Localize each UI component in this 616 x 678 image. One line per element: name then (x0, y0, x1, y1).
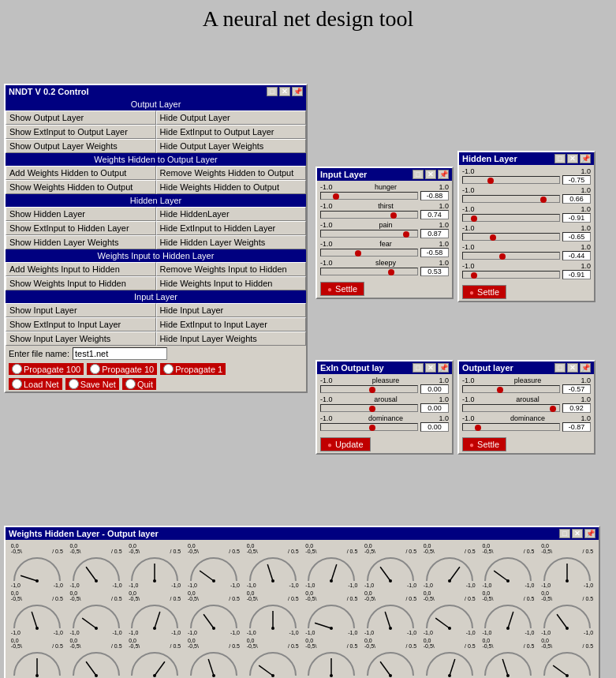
add-weights-hidden-output-btn[interactable]: Add Weights Hidden to Output (6, 166, 156, 180)
hide-hidden-weights-btn[interactable]: Hide Hidden Layer Weights (156, 235, 307, 249)
gauge-0-7[interactable]: 0,0-0,5\/ 0.5-1,0-1,0 (420, 542, 479, 589)
gauge-2-3[interactable]: 0,0-0,5\/ 0.5-1,0-1,0 (185, 637, 243, 678)
weights-close-btn[interactable]: ✕ (572, 529, 583, 538)
svg-line-56 (503, 659, 509, 676)
hidden-minimize-btn[interactable]: □ (554, 154, 566, 163)
gauge-2-6[interactable]: 0,0-0,5\/ 0.5-1,0-1,0 (361, 637, 420, 678)
output-arousal-value: 0.92 (562, 403, 591, 413)
nndt-close-btn[interactable]: ✕ (279, 87, 290, 96)
gauge-1-2[interactable]: 0,0-0,5\/ 0.5-1,0-1,0 (125, 590, 184, 636)
gauge-1-8[interactable]: 0,0-0,5\/ 0.5-1,0-1,0 (480, 590, 538, 636)
show-hidden-layer-btn[interactable]: Show Hidden Layer (6, 207, 156, 221)
show-input-layer-btn[interactable]: Show Input Layer (6, 303, 156, 317)
hide-output-weights-btn[interactable]: Hide Output Layer Weights (156, 139, 307, 153)
show-weights-input-hidden-btn[interactable]: Show Weights Input to Hidden (6, 276, 156, 290)
output-settle-btn[interactable]: Settle (462, 437, 506, 451)
gauge-2-0[interactable]: 0,0-0,5\/ 0.5-1,0-1,0 (8, 637, 66, 678)
weights-minimize-btn[interactable]: □ (559, 529, 570, 538)
gauge-1-1[interactable]: 0,0-0,5\/ 0.5-1,0-1,0 (67, 590, 125, 636)
svg-line-32 (385, 612, 390, 628)
add-weights-input-hidden-btn[interactable]: Add Weights Input to Hidden (6, 262, 156, 276)
hide-hidden-layer-btn[interactable]: Hide HiddenLayer (156, 207, 307, 221)
gauge-2-9[interactable]: 0,0-0,5\/ 0.5-1,0-1,0 (538, 637, 596, 678)
show-weights-hidden-output-btn[interactable]: Show Weights Hidden to Output (6, 180, 156, 194)
gauge-0-2[interactable]: 0,0-0,5\/ 0.5-1,0-1,0 (125, 542, 184, 589)
hidden-5-value: -0.91 (562, 270, 591, 279)
hidden-layer-window: Hidden Layer □ ✕ 📌 -1.01.0 -0.75 -1.01.0 (457, 151, 595, 302)
gauge-0-8[interactable]: 0,0-0,5\/ 0.5-1,0-1,0 (480, 542, 538, 589)
show-extin-input-btn[interactable]: Show ExtInput to Input Layer (6, 317, 156, 332)
extin-minimize-btn[interactable]: □ (413, 363, 424, 373)
gauge-0-0[interactable]: 0,0-0,5\/ 0.5-1,0-1,0 (8, 542, 66, 589)
show-extin-output-btn[interactable]: Show ExtInput to Output Layer (6, 125, 156, 139)
gauge-2-2[interactable]: 0,0-0,5\/ 0.5-1,0-1,0 (125, 637, 184, 678)
hide-weights-hidden-output-btn[interactable]: Hide Weights Hidden to Output (156, 180, 307, 194)
gauge-2-8[interactable]: 0,0-0,5\/ 0.5-1,0-1,0 (480, 637, 538, 678)
remove-weights-input-hidden-btn[interactable]: Remove Weights Input to Hidden (156, 262, 307, 276)
show-extin-hidden-btn[interactable]: Show ExtInput to Hidden Layer (6, 221, 156, 235)
remove-weights-hidden-output-btn[interactable]: Remove Weights Hidden to Output (156, 166, 307, 180)
weights-pin-btn[interactable]: 📌 (584, 529, 595, 538)
hidden-pin-btn[interactable]: 📌 (580, 154, 591, 163)
propagate-100-label[interactable]: Propagate 100 (9, 363, 84, 375)
hide-input-layer-btn[interactable]: Hide Input Layer (156, 303, 307, 317)
extin-close-btn[interactable]: ✕ (425, 363, 436, 373)
output-pin-btn[interactable]: 📌 (580, 363, 591, 373)
gauge-1-5[interactable]: 0,0-0,5\/ 0.5-1,0-1,0 (302, 590, 360, 636)
input-close-btn[interactable]: ✕ (425, 170, 436, 179)
show-output-layer-btn[interactable]: Show Output Layer (6, 111, 156, 125)
nndt-pin-btn[interactable]: 📌 (292, 87, 303, 96)
svg-line-36 (508, 612, 513, 628)
propagate-10-radio[interactable] (90, 364, 100, 374)
load-net-label[interactable]: Load Net (9, 378, 62, 390)
save-net-radio[interactable] (69, 379, 79, 389)
gauge-0-6[interactable]: 0,0-0,5\/ 0.5-1,0-1,0 (361, 542, 420, 589)
file-input[interactable] (73, 347, 167, 360)
output-close-btn[interactable]: ✕ (567, 363, 578, 373)
show-output-weights-btn[interactable]: Show Output Layer Weights (6, 139, 156, 153)
gauge-2-4[interactable]: 0,0-0,5\/ 0.5-1,0-1,0 (244, 637, 302, 678)
propagate-10-label[interactable]: Propagate 10 (87, 363, 157, 375)
propagate-1-radio[interactable] (163, 364, 174, 374)
gauge-1-7[interactable]: 0,0-0,5\/ 0.5-1,0-1,0 (420, 590, 479, 636)
hide-extin-output-btn[interactable]: Hide ExtInput to Output Layer (156, 125, 307, 139)
quit-radio[interactable] (125, 379, 136, 389)
output-minimize-btn[interactable]: □ (554, 363, 566, 373)
load-net-radio[interactable] (12, 379, 22, 389)
hide-extin-hidden-btn[interactable]: Hide ExtInput to Hidden Layer (156, 221, 307, 235)
nndt-minimize-btn[interactable]: □ (267, 87, 278, 96)
gauge-2-1[interactable]: 0,0-0,5\/ 0.5-1,0-1,0 (67, 637, 125, 678)
hide-output-layer-btn[interactable]: Hide Output Layer (156, 111, 307, 125)
sleepy-value: 0.53 (420, 267, 449, 276)
show-hidden-weights-btn[interactable]: Show Hidden Layer Weights (6, 235, 156, 249)
gauge-1-9[interactable]: 0,0-0,5\/ 0.5-1,0-1,0 (538, 590, 596, 636)
extin-pin-btn[interactable]: 📌 (438, 363, 449, 373)
gauge-0-9[interactable]: 0,0-0,5\/ 0.5-1,0-1,0 (538, 542, 596, 589)
gauge-0-4[interactable]: 0,0-0,5\/ 0.5-1,0-1,0 (244, 542, 302, 589)
save-net-label[interactable]: Save Net (65, 378, 119, 390)
gauge-1-6[interactable]: 0,0-0,5\/ 0.5-1,0-1,0 (361, 590, 420, 636)
gauge-1-3[interactable]: 0,0-0,5\/ 0.5-1,0-1,0 (185, 590, 243, 636)
quit-label[interactable]: Quit (122, 378, 156, 390)
propagate-1-label[interactable]: Propagate 1 (160, 363, 226, 375)
load-save-quit-row: Load Net Save Net Quit (6, 376, 306, 391)
show-input-weights-btn[interactable]: Show Input Layer Weights (6, 332, 156, 346)
hide-extin-input-btn[interactable]: Hide ExtInput to Input Layer (156, 317, 307, 332)
gauge-0-5[interactable]: 0,0-0,5\/ 0.5-1,0-1,0 (302, 542, 360, 589)
hidden-settle-btn[interactable]: Settle (462, 285, 506, 299)
input-minimize-btn[interactable]: □ (413, 170, 424, 179)
hide-input-weights-btn[interactable]: Hide Input Layer Weights (156, 332, 307, 346)
input-settle-btn[interactable]: Settle (320, 282, 364, 296)
gauge-2-7[interactable]: 0,0-0,5\/ 0.5-1,0-1,0 (420, 637, 479, 678)
extin-pleasure-value: 0.00 (420, 384, 449, 394)
hidden-close-btn[interactable]: ✕ (567, 154, 578, 163)
gauge-0-3[interactable]: 0,0-0,5\/ 0.5-1,0-1,0 (185, 542, 243, 589)
hide-weights-input-hidden-btn[interactable]: Hide Weights Input to Hidden (156, 276, 307, 290)
gauge-0-1[interactable]: 0,0-0,5\/ 0.5-1,0-1,0 (67, 542, 125, 589)
input-pin-btn[interactable]: 📌 (438, 170, 449, 179)
gauge-1-4[interactable]: 0,0-0,5\/ 0.5-1,0-1,0 (244, 590, 302, 636)
gauge-2-5[interactable]: 0,0-0,5\/ 0.5-1,0-1,0 (302, 637, 360, 678)
extin-update-btn[interactable]: Update (320, 437, 371, 451)
gauge-1-0[interactable]: 0,0-0,5\/ 0.5-1,0-1,0 (8, 590, 66, 636)
propagate-100-radio[interactable] (12, 364, 22, 374)
